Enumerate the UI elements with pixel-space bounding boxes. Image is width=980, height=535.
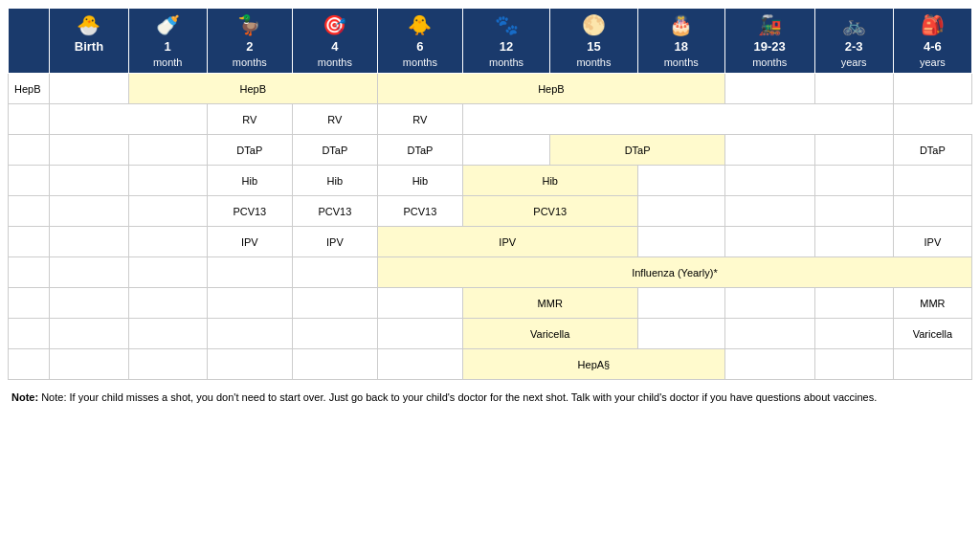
row-label-pcv13 <box>9 196 50 227</box>
col-icon-12m: 🐾 <box>466 12 546 37</box>
flu-empty-1 <box>128 257 207 288</box>
col-main-birth: Birth <box>75 39 103 54</box>
header-col-1923m: 🚂 19-23 months <box>724 9 814 74</box>
rv-cell-3: RV <box>377 104 462 135</box>
rv-cell-1: RV <box>207 104 292 135</box>
hib-trailing-0 <box>637 166 724 196</box>
note-label: Note: <box>11 391 38 403</box>
ipv-46y: IPV <box>893 227 971 257</box>
var-46y: Varicella <box>893 319 971 349</box>
hib-12m-15m: Hib <box>462 166 637 196</box>
col-main-2m: 2 <box>246 39 253 54</box>
var-mid-empty-2 <box>814 319 893 349</box>
col-icon-6m: 🐥 <box>381 12 459 37</box>
mmr-mid-empty-0 <box>637 288 724 319</box>
mmr-empty-4 <box>377 288 462 319</box>
rv-cell-0 <box>50 104 207 135</box>
col-sub-46y: years <box>920 56 946 68</box>
hepb-6m-18m: HepB <box>377 74 724 104</box>
flu-empty-0 <box>50 257 128 288</box>
rv-cell-4 <box>462 104 893 135</box>
pcv-trailing-3 <box>893 196 971 227</box>
header-col-46y: 🎒 4-6 years <box>893 9 971 74</box>
vaccine-row-influenza: Influenza (Yearly)* <box>9 257 972 288</box>
dtap-2m: DTaP <box>207 135 292 166</box>
pcv-empty-0 <box>50 196 128 227</box>
vaccine-row-hepa: HepA§ <box>9 349 972 380</box>
rv-cell-2: RV <box>292 104 377 135</box>
col-icon-4m: 🎯 <box>296 12 374 37</box>
flu-empty-3 <box>292 257 377 288</box>
dtap-46y: DTaP <box>893 135 971 166</box>
mmr-empty-1 <box>128 288 207 319</box>
col-main-12m: 12 <box>500 39 513 54</box>
mmr-mid-empty-1 <box>724 288 814 319</box>
col-icon-46y: 🎒 <box>897 12 969 37</box>
pcv-trailing-2 <box>814 196 893 227</box>
hepb-46y <box>893 74 971 104</box>
hib-trailing-1 <box>724 166 814 196</box>
hepa-empty-4 <box>377 349 462 380</box>
header-col-birth: 🐣 Birth <box>50 9 128 74</box>
pcv-empty-1 <box>128 196 207 227</box>
col-sub-23y: years <box>841 56 867 68</box>
col-main-46y: 4-6 <box>924 39 942 54</box>
label-col-header <box>9 9 50 74</box>
vaccine-row-varicella: VaricellaVaricella <box>9 319 972 349</box>
dtap-23y <box>814 135 893 166</box>
mmr-12m-15m: MMR <box>462 288 637 319</box>
row-label-varicella <box>9 319 50 349</box>
hepb-birth <box>50 74 128 104</box>
vaccine-row-ipv: IPVIPVIPVIPV <box>9 227 972 257</box>
ipv-empty-0 <box>50 227 128 257</box>
pcv-4m: PCV13 <box>292 196 377 227</box>
pcv-trailing-0 <box>637 196 724 227</box>
ipv-23y <box>814 227 893 257</box>
note-text: Note: If your child misses a shot, you d… <box>41 391 877 403</box>
hepb-1m-4m: HepB <box>128 74 377 104</box>
vaccine-row-hepb: HepBHepBHepB <box>9 74 972 104</box>
col-main-1923m: 19-23 <box>754 39 786 54</box>
hib-2m: Hib <box>207 166 292 196</box>
col-main-18m: 18 <box>675 39 688 54</box>
col-sub-1m: month <box>153 56 183 68</box>
ipv-2m: IPV <box>207 227 292 257</box>
col-sub-18m: months <box>664 56 699 68</box>
ipv-1923m <box>724 227 814 257</box>
col-icon-23y: 🚲 <box>818 12 890 37</box>
row-label-rv <box>9 104 50 135</box>
hepb-23y <box>814 74 893 104</box>
hib-empty-0 <box>50 166 128 196</box>
col-icon-birth: 🐣 <box>53 12 124 37</box>
hepa-empty-0 <box>50 349 128 380</box>
ipv-18m <box>637 227 724 257</box>
header-col-1m: 🍼 1 month <box>128 9 207 74</box>
col-sub-15m: months <box>576 56 611 68</box>
dtap-empty-1 <box>128 135 207 166</box>
col-sub-6m: months <box>403 56 437 68</box>
col-main-1m: 1 <box>165 39 171 54</box>
vaccine-row-dtap: DTaPDTaPDTaPDTaPDTaP <box>9 135 972 166</box>
row-label-hepb: HepB <box>9 74 50 104</box>
pcv-6m: PCV13 <box>377 196 462 227</box>
hepa-empty-3 <box>292 349 377 380</box>
dtap-4m: DTaP <box>292 135 377 166</box>
var-empty-0 <box>50 319 128 349</box>
col-icon-15m: 🌕 <box>553 12 634 37</box>
hib-trailing-3 <box>893 166 971 196</box>
var-mid-empty-0 <box>637 319 724 349</box>
header-col-4m: 🎯 4 months <box>292 9 377 74</box>
footnote: Note: Note: If your child misses a shot,… <box>8 388 972 407</box>
header-col-18m: 🎂 18 months <box>637 9 724 74</box>
pcv-trailing-1 <box>724 196 814 227</box>
vaccine-row-hib: HibHibHibHib <box>9 166 972 196</box>
col-icon-1m: 🍼 <box>132 12 204 37</box>
row-label-hepa <box>9 349 50 380</box>
vaccine-row-pcv13: PCV13PCV13PCV13PCV13 <box>9 196 972 227</box>
var-empty-1 <box>128 319 207 349</box>
hib-trailing-2 <box>814 166 893 196</box>
vaccine-schedule-table: 🐣 Birth 🍼 1 month 🦆 2 months 🎯 4 months … <box>8 8 972 380</box>
vaccine-row-mmr: MMRMMR <box>9 288 972 319</box>
col-icon-2m: 🦆 <box>211 12 289 37</box>
mmr-empty-2 <box>207 288 292 319</box>
